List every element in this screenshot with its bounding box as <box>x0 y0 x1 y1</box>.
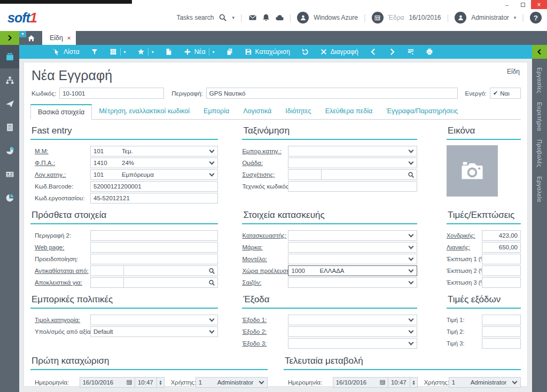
tab-eidi[interactable]: Είδη × <box>42 31 76 45</box>
sidebar-item-paper-plane-icon[interactable] <box>0 92 19 115</box>
dropdown-caret-icon[interactable]: ▾ <box>124 50 126 54</box>
field-label[interactable]: Λογ.κατηγ.: <box>30 171 90 178</box>
select-field[interactable] <box>288 242 417 253</box>
mail-icon[interactable] <box>248 13 257 22</box>
search-dropdown-caret[interactable]: ▾ <box>232 15 235 20</box>
select-field[interactable] <box>288 230 417 241</box>
user-select[interactable]: 1Administrator <box>196 377 268 388</box>
toolbar-list-button[interactable]: Λίστα <box>49 45 83 59</box>
field-label[interactable]: Μοντέλο: <box>242 256 288 262</box>
lookup-field[interactable] <box>288 169 417 180</box>
select-field[interactable]: 101Εμπόρευμα <box>90 169 218 180</box>
number-input[interactable]: 423,00 <box>482 230 521 241</box>
field-label[interactable]: Κατασκευαστής: <box>242 232 288 239</box>
toolbar-favorites-star-button[interactable]: ▾ <box>134 45 158 59</box>
number-input[interactable] <box>482 277 521 288</box>
toolbar-export-button[interactable] <box>161 45 176 59</box>
form-tab-7[interactable]: Έγγραφα/Παρατηρήσεις <box>379 104 465 119</box>
time-spinner[interactable]: ▲▼ <box>410 378 417 387</box>
field-label[interactable]: Web page: <box>30 244 90 250</box>
toolbar-previous-button[interactable] <box>366 45 381 59</box>
right-panel-tab-1[interactable]: Εργασίες <box>536 67 543 93</box>
field-label[interactable]: Αποκλειστικά για: <box>30 279 90 286</box>
cloud-icon[interactable] <box>275 13 284 22</box>
toolbar-filter-button[interactable] <box>87 45 102 59</box>
select-field[interactable] <box>288 315 417 325</box>
lookup-field[interactable] <box>90 265 218 276</box>
text-input[interactable] <box>90 242 218 253</box>
magnifier-icon[interactable] <box>208 279 215 286</box>
right-panel-tab-4[interactable]: Εργαλεία <box>536 176 543 202</box>
form-tab-1[interactable]: Βασικά στοιχεία <box>30 104 92 120</box>
perigrafi-input[interactable]: GPS Ναυτικό <box>206 88 458 99</box>
sidebar-item-id-card-icon[interactable] <box>0 162 19 186</box>
user-select[interactable]: 1Administrator <box>449 377 521 388</box>
sidebar-item-pie-chart-icon[interactable] <box>0 139 19 162</box>
menu-expand-button[interactable] <box>0 31 19 45</box>
toolbar-new-button[interactable]: Νέα▾ <box>180 45 218 59</box>
form-tab-3[interactable]: Εμπορία <box>197 104 236 119</box>
calendar-picker-icon[interactable] <box>379 379 386 386</box>
help-icon[interactable]: ? <box>530 12 542 23</box>
select-field[interactable] <box>288 158 417 168</box>
magnifier-icon[interactable] <box>408 171 415 178</box>
select-field[interactable] <box>288 338 417 349</box>
number-input[interactable] <box>482 254 521 264</box>
number-input[interactable] <box>482 338 521 349</box>
dropdown-caret-icon[interactable]: ▾ <box>152 50 154 54</box>
lookup-code-input[interactable] <box>91 266 124 276</box>
window-minimize-button[interactable]: – <box>499 0 515 9</box>
panel-collapse-button[interactable] <box>532 45 547 59</box>
energo-checkbox[interactable]: ✔ Ναι <box>490 88 521 99</box>
field-label[interactable]: Αντικαθίσταται από: <box>30 268 90 274</box>
select-field[interactable] <box>288 254 417 264</box>
azure-label[interactable]: Windows Azure <box>314 14 358 21</box>
field-label[interactable]: Μάρκα: <box>242 244 288 250</box>
date-input[interactable]: 16/10/2016 <box>333 377 388 388</box>
field-label[interactable]: Εμπορ.κατηγ.: <box>242 148 288 154</box>
form-tab-5[interactable]: Ιδιότητες <box>278 104 318 119</box>
azure-icon[interactable] <box>297 12 309 23</box>
field-label[interactable]: Φ.Π.Α.: <box>30 160 90 166</box>
form-tab-2[interactable]: Μέτρηση, εναλλακτικοί κωδικοί <box>92 104 197 119</box>
select-field[interactable] <box>288 146 417 156</box>
select-field[interactable]: 141024% <box>90 158 218 168</box>
calendar-picker-icon[interactable] <box>126 379 132 386</box>
select-field[interactable]: Default <box>90 326 218 337</box>
number-input[interactable]: 650,00 <box>482 242 521 253</box>
right-panel-tab-2[interactable]: Ευρετήρια <box>536 102 543 131</box>
field-label[interactable]: Συσχέτισης: <box>242 171 288 178</box>
field-label[interactable]: Τιμολ.κατηγορία: <box>30 317 90 323</box>
search-icon[interactable] <box>218 13 227 22</box>
select-field[interactable]: 1000ΕΛΛΑΔΑ <box>288 265 417 276</box>
time-spinner[interactable]: ▲▼ <box>157 378 163 387</box>
window-close-button[interactable]: × <box>531 0 547 9</box>
toolbar-undo-button[interactable] <box>298 45 312 59</box>
time-input[interactable]: 10:47▲▼ <box>135 377 165 388</box>
form-tab-4[interactable]: Λογιστικά <box>236 104 278 119</box>
form-tab-6[interactable]: Ελεύθερα πεδία <box>318 104 380 119</box>
user-dropdown-caret[interactable]: ▾ <box>514 15 517 20</box>
calendar-icon[interactable] <box>372 12 384 23</box>
field-label[interactable]: Έξοδο 1: <box>242 317 288 323</box>
window-maximize-button[interactable] <box>515 0 531 9</box>
field-label[interactable]: Έξοδο 2: <box>242 328 288 335</box>
sidebar-item-donut-chart-icon[interactable] <box>0 186 19 209</box>
text-input[interactable] <box>90 230 218 241</box>
time-input[interactable]: 10:47▲▼ <box>388 377 418 388</box>
toolbar-next-button[interactable] <box>385 45 400 59</box>
right-panel-tab-3[interactable]: Προβολές <box>536 139 543 167</box>
field-label[interactable]: Ομάδα: <box>242 160 288 166</box>
text-input[interactable]: 45-52012121 <box>90 193 218 203</box>
text-input[interactable]: 52000121200001 <box>90 181 218 192</box>
text-input[interactable] <box>90 254 218 264</box>
lookup-code-input[interactable] <box>288 170 322 179</box>
field-label[interactable]: Έξοδο 3: <box>242 340 288 347</box>
select-field[interactable]: 101Τεμ. <box>90 146 218 156</box>
select-field[interactable] <box>288 326 417 337</box>
text-input[interactable] <box>288 181 417 192</box>
number-input[interactable] <box>482 265 521 276</box>
field-label[interactable]: Λιανικής: <box>447 244 482 250</box>
tabs-dropdown-notch[interactable]: ▼ <box>19 31 26 37</box>
lookup-code-input[interactable] <box>91 278 124 287</box>
